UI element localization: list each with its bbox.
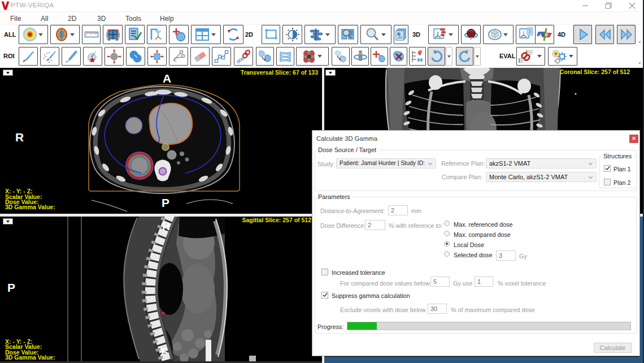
svg-text:R: R bbox=[15, 131, 24, 144]
svg-text:A: A bbox=[163, 72, 171, 85]
svg-text:P: P bbox=[162, 196, 169, 209]
svg-text:P: P bbox=[7, 281, 15, 294]
svg-text:A: A bbox=[539, 33, 542, 37]
svg-text:B: B bbox=[545, 33, 548, 37]
svg-text:H: H bbox=[162, 221, 170, 232]
svg-text:F: F bbox=[161, 346, 168, 358]
